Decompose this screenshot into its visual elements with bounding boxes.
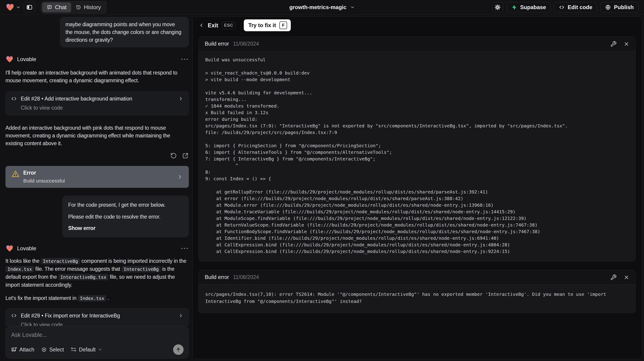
restore-icon[interactable] (170, 152, 177, 159)
chevron-right-icon (178, 313, 184, 318)
status-subtitle: Build unsuccessful (23, 178, 65, 184)
supabase-button[interactable]: Supabase (506, 2, 551, 12)
sidebar-panel-icon (26, 4, 32, 10)
assistant-paragraph: It looks like the InteractiveBg componen… (6, 257, 189, 289)
inline-code: InteractiveBg (122, 266, 161, 272)
edit-code-button[interactable]: Edit code (554, 2, 597, 12)
assistant-paragraph: I'll help create an interactive backgrou… (6, 69, 189, 84)
chat-panel: maybe diagramming points and when you mo… (0, 14, 191, 361)
target-icon (41, 347, 47, 353)
code-brackets-icon (11, 95, 17, 102)
build-error-title: Build error (205, 41, 229, 47)
error-overlay-header: Exit ESC Try to fix it F (193, 17, 642, 34)
edit-28-title: Edit #28 • Add interactive background an… (21, 96, 132, 102)
edit-29-title: Edit #29 • Fix import error for Interact… (21, 313, 120, 319)
show-error-link[interactable]: Show error (68, 224, 183, 232)
f-key-badge: F (279, 21, 287, 29)
build-error-log: src/pages/Index.tsx(7,10): error TS2614:… (199, 284, 635, 313)
assistant-text: file. The error message suggests that (34, 266, 122, 272)
settings-button[interactable] (492, 2, 503, 12)
inline-code: InteractiveBg.tsx (58, 274, 108, 280)
message-options-button[interactable]: ··· (181, 57, 189, 61)
gear-icon (494, 4, 501, 10)
inline-code: Index.tsx (6, 266, 34, 272)
top-bar: Chat History growth-metrics-magic (0, 0, 644, 14)
chat-bubble-icon (47, 4, 52, 10)
lovable-logo-menu[interactable] (6, 3, 20, 12)
supabase-bolt-icon (511, 4, 517, 10)
sidebar-toggle-button[interactable] (24, 2, 35, 12)
try-to-fix-label: Try to fix it (248, 22, 276, 28)
fix-wrench-icon[interactable] (610, 274, 617, 281)
send-button[interactable] (173, 344, 184, 355)
lovable-heart-icon (6, 55, 14, 63)
status-title: Error (23, 170, 65, 176)
build-error-header: Build error 11/08/2024 (199, 270, 635, 284)
arrow-up-icon (175, 347, 181, 353)
error-list[interactable]: Build error 11/08/2024 (193, 34, 642, 359)
message-actions (6, 152, 189, 159)
assistant-text: component is being imported incorrectly … (80, 258, 186, 264)
select-label: Select (49, 347, 64, 353)
model-selector[interactable]: Default (71, 347, 102, 353)
assistant-text: . (106, 295, 109, 301)
assistant-header: Lovable ··· (6, 55, 189, 63)
publish-label: Publish (614, 4, 634, 10)
tab-history-label: History (84, 4, 101, 10)
try-to-fix-button[interactable]: Try to fix it F (244, 19, 291, 31)
composer: Attach Select (6, 326, 189, 359)
open-external-icon[interactable] (182, 152, 189, 159)
code-brackets-icon (559, 4, 565, 10)
edit-28-subtitle: Click to view code (21, 105, 184, 111)
user-message: For the code present, I get the error be… (62, 196, 189, 238)
chevron-right-icon (177, 174, 183, 180)
build-error-date: 11/08/2024 (233, 274, 259, 280)
assistant-text: Added an interactive background with pin… (6, 125, 170, 146)
assistant-text: Let's fix the import statement in (6, 295, 78, 301)
tab-history[interactable]: History (71, 2, 106, 12)
chat-message-list[interactable]: maybe diagramming points and when you mo… (6, 14, 189, 326)
close-icon[interactable] (624, 41, 630, 47)
tab-chat[interactable]: Chat (42, 2, 71, 12)
build-error-status-card[interactable]: Error Build unsuccessful (6, 166, 189, 188)
close-icon[interactable] (624, 274, 630, 280)
project-name-menu[interactable]: growth-metrics-magic (290, 4, 355, 10)
chevron-left-icon[interactable] (199, 22, 204, 28)
build-error-date: 11/08/2024 (233, 41, 259, 47)
build-error-title: Build error (205, 274, 229, 280)
chat-input[interactable] (11, 332, 184, 342)
sliders-icon (71, 347, 76, 353)
tab-chat-label: Chat (55, 4, 66, 10)
select-element-button[interactable]: Select (41, 347, 64, 353)
build-error-card-2: Build error 11/08/2024 (199, 270, 636, 313)
history-clock-icon (76, 4, 81, 10)
chevron-down-icon (350, 5, 354, 9)
edit-28-card[interactable]: Edit #28 • Add interactive background an… (6, 91, 189, 115)
attach-image-icon (11, 347, 17, 353)
publish-button[interactable]: Publish (600, 2, 638, 12)
build-error-header: Build error 11/08/2024 (199, 37, 635, 51)
edit-29-subtitle: Click to view code (21, 322, 184, 326)
attach-button[interactable]: Attach (11, 347, 34, 353)
assistant-name: Lovable (17, 56, 36, 62)
edit-29-card[interactable]: Edit #29 • Fix import error for Interact… (6, 308, 189, 326)
inline-code: InteractiveBg (41, 258, 80, 264)
build-error-log: Build was unsuccessful > vite_react_shad… (199, 51, 635, 261)
globe-icon (605, 4, 611, 10)
assistant-paragraph: Added an interactive background with pin… (6, 124, 189, 147)
code-brackets-icon (11, 313, 17, 319)
supabase-label: Supabase (520, 4, 546, 10)
message-options-button[interactable]: ··· (181, 246, 189, 251)
exit-button[interactable]: Exit (208, 22, 218, 29)
lovable-heart-icon (6, 244, 14, 253)
esc-key-badge: ESC (222, 22, 236, 29)
build-error-card-1: Build error 11/08/2024 (199, 37, 636, 261)
user-message-text: For the code present, I get the error be… (68, 201, 183, 209)
user-message-text: Please edit the code to resolve the erro… (68, 213, 183, 221)
chevron-down-icon (16, 5, 20, 9)
user-message: maybe diagramming points and when you mo… (60, 17, 189, 47)
project-name: growth-metrics-magic (290, 4, 347, 10)
warning-triangle-icon (12, 170, 20, 178)
inline-code: Index.tsx (78, 295, 106, 302)
fix-wrench-icon[interactable] (610, 41, 617, 47)
